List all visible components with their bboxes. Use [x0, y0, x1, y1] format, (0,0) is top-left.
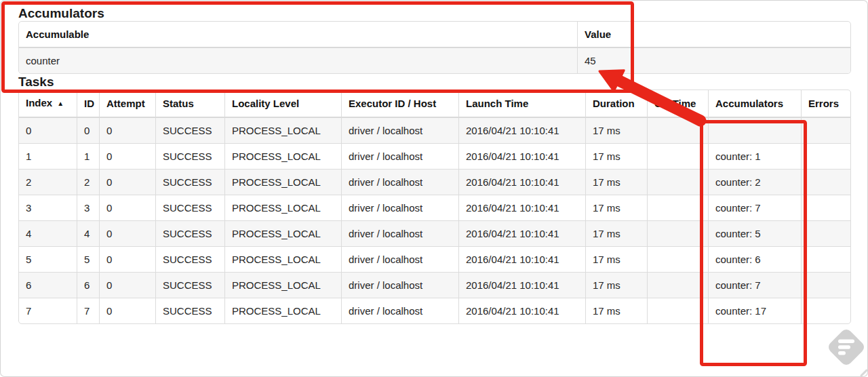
column-header-executor-id-host[interactable]: Executor ID / Host: [341, 90, 458, 118]
executor-cell: driver / localhost: [341, 195, 458, 220]
gc-time-cell: [647, 220, 708, 246]
id-cell: 3: [77, 195, 99, 220]
accumulators-cell: [708, 118, 801, 143]
column-header-value[interactable]: Value: [577, 22, 850, 48]
accumulators-cell: counter: 5: [708, 220, 801, 246]
errors-cell: [801, 246, 850, 272]
gc-time-cell: [647, 143, 708, 169]
gc-time-cell: [647, 298, 708, 323]
column-header-accumulable[interactable]: Accumulable: [19, 22, 577, 48]
column-header-id[interactable]: ID: [77, 90, 99, 118]
attempt-cell: 0: [99, 169, 155, 195]
attempt-cell: 0: [99, 195, 155, 220]
task-row: 0 0 0 SUCCESS PROCESS_LOCAL driver / loc…: [19, 118, 850, 143]
executor-cell: driver / localhost: [341, 246, 458, 272]
errors-cell: [801, 118, 850, 143]
locality-cell: PROCESS_LOCAL: [224, 195, 341, 220]
duration-cell: 17 ms: [585, 143, 647, 169]
attempt-cell: 0: [99, 143, 155, 169]
accumulators-cell: counter: 7: [708, 272, 801, 298]
index-cell: 0: [19, 118, 77, 143]
status-cell: SUCCESS: [155, 246, 224, 272]
id-cell: 2: [77, 169, 99, 195]
spark-stage-page: Accumulators Accumulable Value counter 4…: [0, 0, 868, 377]
executor-cell: driver / localhost: [341, 272, 458, 298]
executor-cell: driver / localhost: [341, 298, 458, 323]
errors-cell: [801, 272, 850, 298]
accumulable-header-row: Accumulable Value: [19, 22, 850, 48]
tasks-table: Index▲ ID Attempt Status Locality Level …: [18, 90, 851, 324]
executor-cell: driver / localhost: [341, 220, 458, 246]
gc-time-cell: [647, 246, 708, 272]
status-cell: SUCCESS: [155, 298, 224, 323]
gc-time-cell: [647, 169, 708, 195]
task-row: 6 6 0 SUCCESS PROCESS_LOCAL driver / loc…: [19, 272, 850, 298]
column-header-attempt[interactable]: Attempt: [99, 90, 155, 118]
task-row: 7 7 0 SUCCESS PROCESS_LOCAL driver / loc…: [19, 298, 850, 323]
launch-time-cell: 2016/04/21 10:10:41: [458, 220, 585, 246]
gc-time-cell: [647, 195, 708, 220]
id-cell: 0: [77, 118, 99, 143]
gc-time-cell: [647, 118, 708, 143]
column-header-status[interactable]: Status: [155, 90, 224, 118]
index-cell: 1: [19, 143, 77, 169]
column-header-accumulators[interactable]: Accumulators: [708, 90, 801, 118]
status-cell: SUCCESS: [155, 143, 224, 169]
launch-time-cell: 2016/04/21 10:10:41: [458, 169, 585, 195]
index-cell: 7: [19, 298, 77, 323]
index-cell: 5: [19, 246, 77, 272]
index-cell: 4: [19, 220, 77, 246]
attempt-cell: 0: [99, 272, 155, 298]
gc-time-cell: [647, 272, 708, 298]
locality-cell: PROCESS_LOCAL: [224, 246, 341, 272]
sort-ascending-icon: ▲: [57, 100, 64, 107]
task-row: 2 2 0 SUCCESS PROCESS_LOCAL driver / loc…: [19, 169, 850, 195]
accumulators-cell: counter: 6: [708, 246, 801, 272]
executor-cell: driver / localhost: [341, 143, 458, 169]
accumulable-value-cell: 45: [577, 48, 850, 73]
task-row: 4 4 0 SUCCESS PROCESS_LOCAL driver / loc…: [19, 220, 850, 246]
errors-cell: [801, 143, 850, 169]
column-header-errors[interactable]: Errors: [801, 90, 850, 118]
column-header-gc-time[interactable]: GC Time: [647, 90, 708, 118]
column-header-index[interactable]: Index▲: [19, 90, 77, 118]
attempt-cell: 0: [99, 246, 155, 272]
task-row: 5 5 0 SUCCESS PROCESS_LOCAL driver / loc…: [19, 246, 850, 272]
locality-cell: PROCESS_LOCAL: [224, 118, 341, 143]
locality-cell: PROCESS_LOCAL: [224, 169, 341, 195]
index-cell: 2: [19, 169, 77, 195]
index-cell: 3: [19, 195, 77, 220]
launch-time-cell: 2016/04/21 10:10:41: [458, 118, 585, 143]
duration-cell: 17 ms: [585, 272, 647, 298]
accumulators-cell: counter: 1: [708, 143, 801, 169]
accumulable-name-cell: counter: [19, 48, 577, 73]
launch-time-cell: 2016/04/21 10:10:41: [458, 298, 585, 323]
task-row: 1 1 0 SUCCESS PROCESS_LOCAL driver / loc…: [19, 143, 850, 169]
duration-cell: 17 ms: [585, 298, 647, 323]
id-cell: 7: [77, 298, 99, 323]
launch-time-cell: 2016/04/21 10:10:41: [458, 143, 585, 169]
tasks-section-title: Tasks: [18, 74, 850, 90]
column-header-locality-level[interactable]: Locality Level: [224, 90, 341, 118]
id-cell: 5: [77, 246, 99, 272]
watermark-icon: [826, 327, 866, 367]
duration-cell: 17 ms: [585, 246, 647, 272]
duration-cell: 17 ms: [585, 220, 647, 246]
errors-cell: [801, 195, 850, 220]
launch-time-cell: 2016/04/21 10:10:41: [458, 246, 585, 272]
accumulators-cell: counter: 7: [708, 195, 801, 220]
page-content: Accumulators Accumulable Value counter 4…: [0, 0, 868, 324]
errors-cell: [801, 169, 850, 195]
status-cell: SUCCESS: [155, 220, 224, 246]
task-row: 3 3 0 SUCCESS PROCESS_LOCAL driver / loc…: [19, 195, 850, 220]
column-header-duration[interactable]: Duration: [585, 90, 647, 118]
status-cell: SUCCESS: [155, 272, 224, 298]
status-cell: SUCCESS: [155, 169, 224, 195]
duration-cell: 17 ms: [585, 169, 647, 195]
accumulable-row: counter 45: [19, 48, 850, 73]
index-cell: 6: [19, 272, 77, 298]
duration-cell: 17 ms: [585, 195, 647, 220]
corner-mark: [860, 369, 868, 377]
column-header-launch-time[interactable]: Launch Time: [458, 90, 585, 118]
errors-cell: [801, 220, 850, 246]
